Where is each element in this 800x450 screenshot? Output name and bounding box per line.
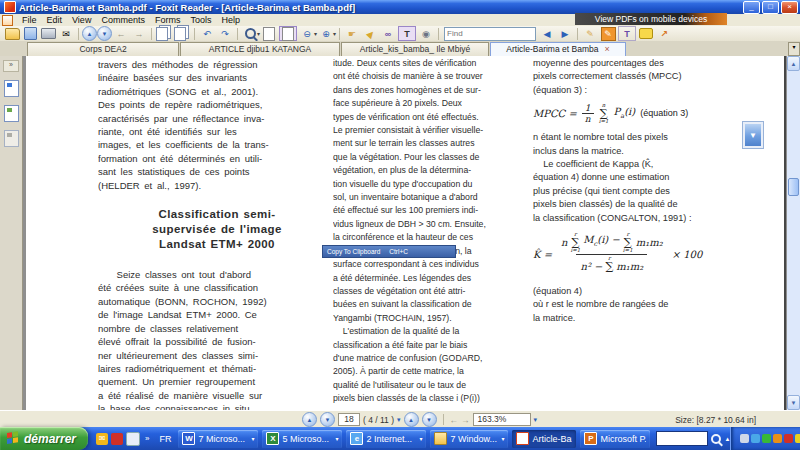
note-tool-button[interactable]	[638, 27, 654, 40]
tray-icon[interactable]	[784, 434, 793, 443]
text-column-right: moyenne des pourcentages des pixels corr…	[533, 57, 737, 325]
tab-overflow-button[interactable]: ▾	[788, 42, 800, 56]
single-page-button[interactable]	[261, 27, 277, 40]
snapshot-button[interactable]: ◉	[418, 27, 434, 40]
start-button[interactable]: démarrer	[0, 427, 88, 450]
print-button[interactable]	[40, 27, 56, 40]
tray-icon[interactable]	[740, 434, 749, 443]
red-app-quicklaunch-icon[interactable]	[111, 433, 123, 445]
save-button[interactable]	[22, 27, 38, 40]
undo-button[interactable]: ↶	[199, 27, 215, 40]
first-page-button[interactable]: ▲	[302, 412, 317, 427]
menu-edit[interactable]: Edit	[42, 15, 68, 25]
search-magnifier-icon[interactable]	[711, 434, 721, 444]
typewriter-tool-button[interactable]: T	[618, 26, 636, 41]
pencil-tool-button[interactable]: ✎	[582, 27, 598, 40]
page-icon	[282, 27, 294, 41]
tab-close-icon[interactable]: ×	[604, 43, 609, 56]
scroll-down-button[interactable]: ▼	[787, 395, 800, 410]
vertical-scrollbar[interactable]: ▲ ▼	[787, 56, 800, 410]
tab-article-kis-bamba[interactable]: Article_kis_bamba_ Ile Mbiyé	[341, 42, 489, 56]
task-label: Article-Bari...	[532, 434, 572, 444]
bookmarks-panel-icon[interactable]	[4, 80, 19, 97]
redo-button[interactable]: ↷	[217, 27, 233, 40]
desktop-search-input[interactable]	[656, 431, 708, 446]
tab-article-djibu1-katanga[interactable]: ARTICLE djibu1 KATANGA	[180, 42, 340, 56]
zoom-out-button[interactable]: ⊖	[299, 27, 315, 40]
tray-icon[interactable]	[795, 434, 800, 443]
zoom-tool-dropdown[interactable]: ▾	[257, 30, 260, 37]
title-bar[interactable]: Article-Barima et Bamba.pdf - Foxit Read…	[0, 0, 800, 14]
find-previous-button[interactable]: ◀	[539, 27, 555, 40]
next-page-button[interactable]: ▲	[404, 412, 419, 427]
outlook-quicklaunch-icon[interactable]: ✉	[96, 433, 108, 445]
mobile-ad-banner[interactable]: View PDFs on mobile devices	[575, 13, 727, 25]
language-indicator[interactable]: FR	[154, 434, 176, 444]
tab-article-barima-et-bamba[interactable]: Article-Barima et Bamba ×	[490, 42, 626, 56]
pages-panel-icon[interactable]	[4, 105, 19, 122]
taskbar-group-excel[interactable]: X 5 Microso... ▾	[262, 430, 342, 448]
zoom-in-dropdown[interactable]: ▾	[333, 30, 336, 37]
text-select-button[interactable]: T	[398, 26, 416, 41]
copy-page-button[interactable]	[156, 27, 172, 40]
copy-to-clipboard-tooltip[interactable]: Copy To Clipboard Ctrl+C	[322, 245, 456, 258]
toolbar-separator	[194, 28, 195, 40]
layers-panel-icon[interactable]	[4, 130, 19, 147]
tooltip-label: Copy To Clipboard	[327, 248, 380, 255]
paste-page-button[interactable]	[174, 27, 190, 40]
panel-collapse-button[interactable]: »	[3, 60, 19, 72]
hand-tool-button[interactable]: ☛	[344, 27, 360, 40]
zoom-dropdown[interactable]: ▾	[534, 416, 538, 424]
minimize-button[interactable]: _	[743, 1, 760, 14]
last-page-button[interactable]: ▼	[422, 412, 437, 427]
taskbar-button-foxit[interactable]: Article-Bari...	[512, 430, 576, 448]
open-button[interactable]	[4, 27, 20, 40]
menu-help[interactable]: Help	[216, 15, 245, 25]
search-button[interactable]: ∞	[380, 27, 396, 40]
continuous-page-button[interactable]	[279, 26, 297, 41]
tray-icon[interactable]	[751, 434, 760, 443]
scroll-page-button[interactable]: ▼	[743, 122, 763, 148]
tray-icon[interactable]	[762, 434, 771, 443]
menu-file[interactable]: File	[17, 15, 42, 25]
scrollbar-thumb[interactable]	[788, 178, 799, 196]
taskbar-group-word[interactable]: W 7 Microso... ▾	[178, 430, 258, 448]
document-tab-bar: Corps DEA2 ARTICLE djibu1 KATANGA Articl…	[0, 41, 800, 57]
taskbar-group-explorer[interactable]: 7 Window... ▾	[430, 430, 508, 448]
menu-view[interactable]: View	[67, 15, 96, 25]
highlighter-tool-button[interactable]: ✎	[600, 27, 616, 40]
taskbar-group-internet-explorer[interactable]: e 2 Internet... ▾	[346, 430, 426, 448]
previous-page-button[interactable]: ▼	[320, 412, 335, 427]
menu-forms[interactable]: Forms	[150, 15, 186, 25]
zoom-out-dropdown[interactable]: ▾	[314, 30, 317, 37]
restore-button[interactable]: □	[762, 1, 779, 14]
quicklaunch-overflow-button[interactable]: »	[143, 434, 151, 443]
go-forward-button[interactable]: →	[131, 27, 147, 40]
menu-tools[interactable]: Tools	[185, 15, 216, 25]
page-dropdown[interactable]: ▾	[397, 416, 401, 424]
tab-corps-dea2[interactable]: Corps DEA2	[27, 42, 179, 56]
zoom-tool-button[interactable]	[242, 27, 258, 40]
previous-view-button[interactable]: ▲	[82, 26, 97, 41]
task-label: Microsoft P...	[600, 434, 646, 444]
previous-view-arrow[interactable]: ←	[450, 415, 459, 425]
menu-comments[interactable]: Comments	[96, 15, 150, 25]
next-view-arrow[interactable]: →	[461, 415, 470, 425]
zoom-level-input[interactable]: 163.3%	[473, 413, 531, 426]
scroll-up-button[interactable]: ▲	[787, 56, 800, 71]
foxit-quicklaunch-icon[interactable]	[126, 432, 140, 446]
next-view-button[interactable]: ▼	[97, 26, 112, 41]
tray-icon[interactable]	[773, 434, 782, 443]
find-next-button[interactable]: ▶	[557, 27, 573, 40]
close-button[interactable]: ×	[781, 1, 798, 14]
email-button[interactable]: ✉	[58, 27, 74, 40]
select-tool-button[interactable]: ▶	[362, 27, 378, 40]
go-back-button[interactable]: ←	[113, 27, 129, 40]
summation: r∑i=1	[570, 232, 580, 253]
taskbar-button-powerpoint[interactable]: P Microsoft P...	[580, 430, 650, 448]
arrow-tool-button[interactable]: ↗	[656, 27, 672, 40]
equation-3: MPCC = 1 n n ∑ i=1 Pa(i) (équation 3)	[533, 103, 737, 124]
find-input[interactable]	[444, 27, 536, 41]
zoom-in-button[interactable]: ⊕	[318, 27, 334, 40]
page-number-input[interactable]: 18	[338, 413, 360, 426]
